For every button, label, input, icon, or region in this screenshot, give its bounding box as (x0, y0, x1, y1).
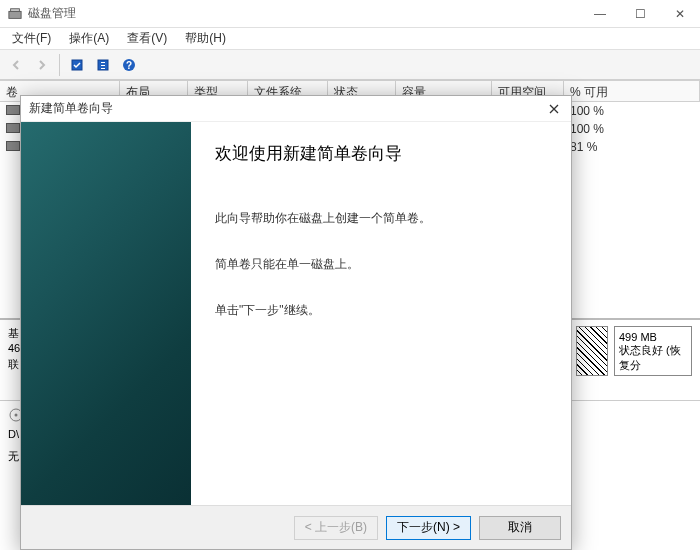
svg-text:?: ? (126, 60, 132, 71)
svg-point-10 (15, 414, 18, 417)
menu-help[interactable]: 帮助(H) (177, 28, 234, 49)
partition-status: 状态良好 (恢复分 (619, 343, 687, 373)
volume-icon (6, 141, 20, 151)
svg-rect-0 (9, 11, 21, 18)
forward-icon (30, 53, 54, 77)
menu-bar: 文件(F) 操作(A) 查看(V) 帮助(H) (0, 28, 700, 50)
wizard-text-1: 此向导帮助你在磁盘上创建一个简单卷。 (215, 209, 547, 227)
close-icon[interactable] (545, 100, 563, 118)
wizard-text-3: 单击"下一步"继续。 (215, 301, 547, 319)
next-button[interactable]: 下一步(N) > (386, 516, 471, 540)
partition-hatched[interactable] (576, 326, 608, 376)
wizard-content: 欢迎使用新建简单卷向导 此向导帮助你在磁盘上创建一个简单卷。 简单卷只能在单一磁… (191, 122, 571, 505)
wizard-text-2: 简单卷只能在单一磁盘上。 (215, 255, 547, 273)
partition-recovery[interactable]: 499 MB 状态良好 (恢复分 (614, 326, 692, 376)
svg-rect-6 (101, 68, 105, 69)
wizard-sidebar (21, 122, 191, 505)
volume-icon (6, 105, 20, 115)
app-icon (8, 7, 22, 21)
close-button[interactable]: ✕ (660, 0, 700, 28)
pct-value: 81 % (564, 140, 700, 154)
menu-file[interactable]: 文件(F) (4, 28, 59, 49)
wizard-title: 新建简单卷向导 (29, 100, 545, 117)
col-pct[interactable]: % 可用 (564, 81, 700, 101)
volume-icon (6, 123, 20, 133)
svg-rect-1 (11, 8, 20, 11)
window-controls: — ☐ ✕ (580, 0, 700, 28)
minimize-button[interactable]: — (580, 0, 620, 28)
refresh-icon[interactable] (65, 53, 89, 77)
partition-size: 499 MB (619, 331, 687, 343)
back-button: < 上一步(B) (294, 516, 378, 540)
back-icon (4, 53, 28, 77)
svg-rect-5 (101, 65, 105, 66)
toolbar: ? (0, 50, 700, 80)
wizard-button-bar: < 上一步(B) 下一步(N) > 取消 (21, 505, 571, 549)
menu-view[interactable]: 查看(V) (119, 28, 175, 49)
pct-value: 100 % (564, 104, 700, 118)
wizard-body: 欢迎使用新建简单卷向导 此向导帮助你在磁盘上创建一个简单卷。 简单卷只能在单一磁… (21, 122, 571, 505)
cancel-button[interactable]: 取消 (479, 516, 561, 540)
help-icon[interactable]: ? (117, 53, 141, 77)
menu-action[interactable]: 操作(A) (61, 28, 117, 49)
title-bar: 磁盘管理 — ☐ ✕ (0, 0, 700, 28)
maximize-button[interactable]: ☐ (620, 0, 660, 28)
wizard-title-bar[interactable]: 新建简单卷向导 (21, 96, 571, 122)
wizard-dialog: 新建简单卷向导 欢迎使用新建简单卷向导 此向导帮助你在磁盘上创建一个简单卷。 简… (20, 95, 572, 550)
toolbar-separator (59, 54, 60, 76)
pct-value: 100 % (564, 122, 700, 136)
properties-icon[interactable] (91, 53, 115, 77)
window-title: 磁盘管理 (28, 5, 580, 22)
svg-rect-4 (101, 62, 105, 63)
wizard-heading: 欢迎使用新建简单卷向导 (215, 142, 547, 165)
